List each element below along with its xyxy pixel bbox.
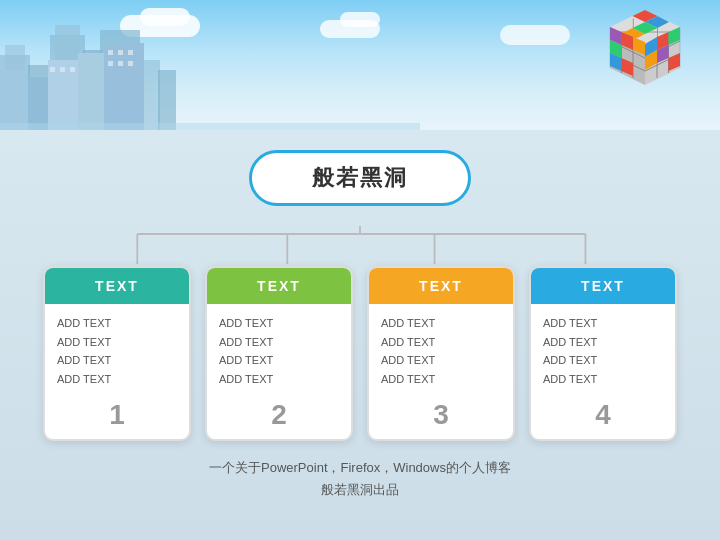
cards-row: TEXTADD TEXTADD TEXTADD TEXTADD TEXT1TEX… xyxy=(0,266,720,441)
card-3-line-3: ADD TEXT xyxy=(381,351,501,370)
card-header-2: TEXT xyxy=(207,268,351,304)
main-content: 般若黑洞 TEXTADD TEXTADD TEXTADD TEXTADD TEX… xyxy=(0,130,720,540)
card-2-line-4: ADD TEXT xyxy=(219,370,339,389)
svg-rect-23 xyxy=(0,123,420,130)
card-number-4: 4 xyxy=(531,395,675,439)
card-1-line-2: ADD TEXT xyxy=(57,333,177,352)
card-4-line-2: ADD TEXT xyxy=(543,333,663,352)
svg-rect-8 xyxy=(158,70,176,130)
card-number-2: 2 xyxy=(207,395,351,439)
card-3: TEXTADD TEXTADD TEXTADD TEXTADD TEXT3 xyxy=(367,266,515,441)
cloud-3 xyxy=(500,25,570,45)
card-1: TEXTADD TEXTADD TEXTADD TEXTADD TEXT1 xyxy=(43,266,191,441)
card-2-line-2: ADD TEXT xyxy=(219,333,339,352)
card-1-line-3: ADD TEXT xyxy=(57,351,177,370)
card-2: TEXTADD TEXTADD TEXTADD TEXTADD TEXT2 xyxy=(205,266,353,441)
card-1-line-1: ADD TEXT xyxy=(57,314,177,333)
card-number-3: 3 xyxy=(369,395,513,439)
card-header-3: TEXT xyxy=(369,268,513,304)
card-number-1: 1 xyxy=(45,395,189,439)
connector-lines xyxy=(60,226,660,266)
svg-rect-9 xyxy=(0,70,28,130)
card-3-line-2: ADD TEXT xyxy=(381,333,501,352)
svg-rect-22 xyxy=(70,67,75,72)
svg-rect-13 xyxy=(104,43,144,130)
title-container: 般若黑洞 xyxy=(0,150,720,206)
background-sky xyxy=(0,0,720,130)
card-2-line-3: ADD TEXT xyxy=(219,351,339,370)
rubiks-cube xyxy=(600,5,690,95)
card-body-2: ADD TEXTADD TEXTADD TEXTADD TEXT xyxy=(207,304,351,395)
svg-rect-16 xyxy=(128,50,133,55)
card-4-line-1: ADD TEXT xyxy=(543,314,663,333)
card-4-line-3: ADD TEXT xyxy=(543,351,663,370)
footer-line2: 般若黑洞出品 xyxy=(0,479,720,501)
card-body-1: ADD TEXTADD TEXTADD TEXTADD TEXT xyxy=(45,304,189,395)
city-buildings-left xyxy=(0,15,420,130)
card-4: TEXTADD TEXTADD TEXTADD TEXTADD TEXT4 xyxy=(529,266,677,441)
card-3-line-1: ADD TEXT xyxy=(381,314,501,333)
svg-rect-15 xyxy=(118,50,123,55)
svg-rect-19 xyxy=(128,61,133,66)
svg-rect-10 xyxy=(28,77,50,130)
svg-rect-12 xyxy=(78,53,106,130)
title-box: 般若黑洞 xyxy=(249,150,471,206)
card-1-line-4: ADD TEXT xyxy=(57,370,177,389)
card-header-4: TEXT xyxy=(531,268,675,304)
card-body-3: ADD TEXTADD TEXTADD TEXTADD TEXT xyxy=(369,304,513,395)
card-2-line-1: ADD TEXT xyxy=(219,314,339,333)
svg-rect-18 xyxy=(118,61,123,66)
svg-rect-17 xyxy=(108,61,113,66)
svg-rect-21 xyxy=(60,67,65,72)
card-body-4: ADD TEXTADD TEXTADD TEXTADD TEXT xyxy=(531,304,675,395)
card-4-line-4: ADD TEXT xyxy=(543,370,663,389)
footer: 一个关于PowerPoint，Firefox，Windows的个人博客 般若黑洞… xyxy=(0,457,720,501)
card-header-1: TEXT xyxy=(45,268,189,304)
card-3-line-4: ADD TEXT xyxy=(381,370,501,389)
svg-rect-14 xyxy=(108,50,113,55)
footer-line1: 一个关于PowerPoint，Firefox，Windows的个人博客 xyxy=(0,457,720,479)
title-text: 般若黑洞 xyxy=(312,165,408,190)
svg-rect-20 xyxy=(50,67,55,72)
